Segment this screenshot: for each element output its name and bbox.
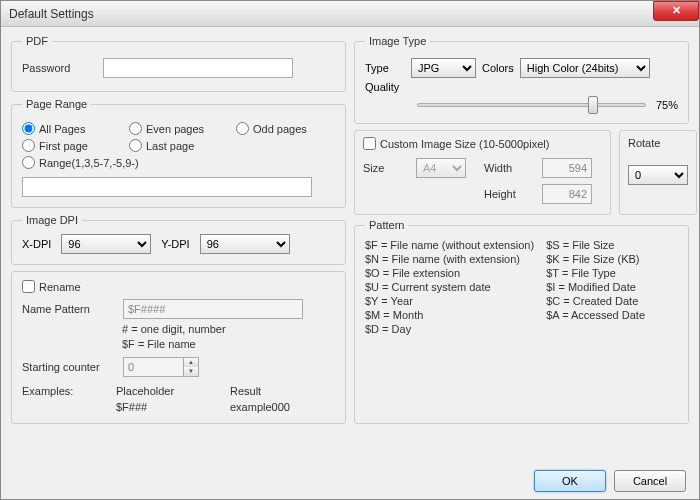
pattern-item: $U = Current system date	[365, 281, 536, 293]
pdf-group: PDF Password	[11, 35, 346, 92]
radio-input-odd[interactable]	[236, 122, 249, 135]
rotate-legend: Rotate	[628, 137, 688, 149]
xdpi-select[interactable]: 96	[61, 234, 151, 254]
ydpi-select[interactable]: 96	[200, 234, 290, 254]
radio-even-pages[interactable]: Even pages	[129, 122, 228, 135]
content-area: PDF Password Page Range All Pages Even p…	[1, 27, 699, 438]
hint-f: $F = File name	[122, 337, 335, 352]
pattern-item: $D = Day	[365, 323, 536, 335]
starting-counter-label: Starting counter	[22, 361, 117, 373]
hint-hash: # = one digit, number	[122, 322, 335, 337]
password-input[interactable]	[103, 58, 293, 78]
radio-input-range[interactable]	[22, 156, 35, 169]
quality-slider[interactable]	[417, 103, 646, 107]
spinner-down-icon[interactable]: ▼	[184, 367, 198, 376]
pattern-item: $M = Month	[365, 309, 536, 321]
name-pattern-label: Name Pattern	[22, 303, 117, 315]
close-icon: ✕	[672, 4, 681, 17]
starting-counter-input[interactable]	[123, 357, 183, 377]
radio-all-pages[interactable]: All Pages	[22, 122, 121, 135]
custom-size-checkbox[interactable]	[363, 137, 376, 150]
pattern-item: $I = Modified Date	[546, 281, 678, 293]
example-placeholder: $F###	[116, 401, 226, 413]
image-dpi-group: Image DPI X-DPI 96 Y-DPI 96	[11, 214, 346, 265]
rotate-select[interactable]: 0	[628, 165, 688, 185]
slider-thumb-icon[interactable]	[588, 96, 598, 114]
placeholder-header: Placeholder	[116, 385, 226, 397]
custom-size-group: Custom Image Size (10-5000pixel) Size A4…	[354, 130, 611, 215]
height-input[interactable]	[542, 184, 592, 204]
cancel-button[interactable]: Cancel	[614, 470, 686, 492]
radio-range[interactable]: Range(1,3,5-7,-5,9-)	[22, 156, 335, 169]
image-type-group: Image Type Type JPG Colors High Color (2…	[354, 35, 689, 124]
pattern-item: $Y = Year	[365, 295, 536, 307]
width-input[interactable]	[542, 158, 592, 178]
type-label: Type	[365, 62, 405, 74]
window-title: Default Settings	[9, 7, 653, 21]
ok-button[interactable]: OK	[534, 470, 606, 492]
image-type-legend: Image Type	[365, 35, 430, 47]
pattern-item: $C = Created Date	[546, 295, 678, 307]
range-input[interactable]	[22, 177, 312, 197]
ydpi-label: Y-DPI	[161, 238, 189, 250]
xdpi-label: X-DPI	[22, 238, 51, 250]
spinner-up-icon[interactable]: ▲	[184, 358, 198, 367]
image-dpi-legend: Image DPI	[22, 214, 82, 226]
colors-label: Colors	[482, 62, 514, 74]
pattern-item: $O = File extension	[365, 267, 536, 279]
radio-odd-pages[interactable]: Odd pages	[236, 122, 335, 135]
rotate-group: Rotate 0	[619, 130, 697, 215]
pattern-item: $F = File name (without extension)	[365, 239, 536, 251]
radio-input-all[interactable]	[22, 122, 35, 135]
radio-input-first[interactable]	[22, 139, 35, 152]
examples-label: Examples:	[22, 385, 112, 397]
starting-counter-spinner[interactable]: ▲ ▼	[123, 357, 199, 377]
result-header: Result	[230, 385, 320, 397]
height-label: Height	[484, 188, 534, 200]
pdf-legend: PDF	[22, 35, 52, 47]
titlebar: Default Settings ✕	[1, 1, 699, 27]
pattern-item: $T = File Type	[546, 267, 678, 279]
close-button[interactable]: ✕	[653, 1, 699, 21]
page-range-group: Page Range All Pages Even pages Odd page…	[11, 98, 346, 208]
example-result: example000	[230, 401, 320, 413]
pattern-group: Pattern $F = File name (without extensio…	[354, 219, 689, 424]
page-range-legend: Page Range	[22, 98, 91, 110]
rename-group: Rename Name Pattern # = one digit, numbe…	[11, 271, 346, 424]
radio-first-page[interactable]: First page	[22, 139, 121, 152]
rename-checkbox[interactable]	[22, 280, 35, 293]
colors-select[interactable]: High Color (24bits)	[520, 58, 650, 78]
pattern-legend: Pattern	[365, 219, 408, 231]
pattern-item: $A = Accessed Date	[546, 309, 678, 321]
width-label: Width	[484, 162, 534, 174]
pattern-item: $S = File Size	[546, 239, 678, 251]
radio-input-even[interactable]	[129, 122, 142, 135]
password-label: Password	[22, 62, 97, 74]
quality-value: 75%	[656, 99, 678, 111]
radio-last-page[interactable]: Last page	[129, 139, 228, 152]
type-select[interactable]: JPG	[411, 58, 476, 78]
pattern-item: $K = File Size (KB)	[546, 253, 678, 265]
size-select[interactable]: A4	[416, 158, 466, 178]
pattern-item: $N = File name (with extension)	[365, 253, 536, 265]
dialog-window: Default Settings ✕ PDF Password Page Ran…	[0, 0, 700, 500]
rename-checkbox-row[interactable]: Rename	[22, 280, 335, 293]
quality-label: Quality	[365, 81, 405, 93]
name-pattern-input[interactable]	[123, 299, 303, 319]
custom-size-checkbox-row[interactable]: Custom Image Size (10-5000pixel)	[363, 137, 602, 150]
size-label: Size	[363, 162, 408, 174]
radio-input-last[interactable]	[129, 139, 142, 152]
